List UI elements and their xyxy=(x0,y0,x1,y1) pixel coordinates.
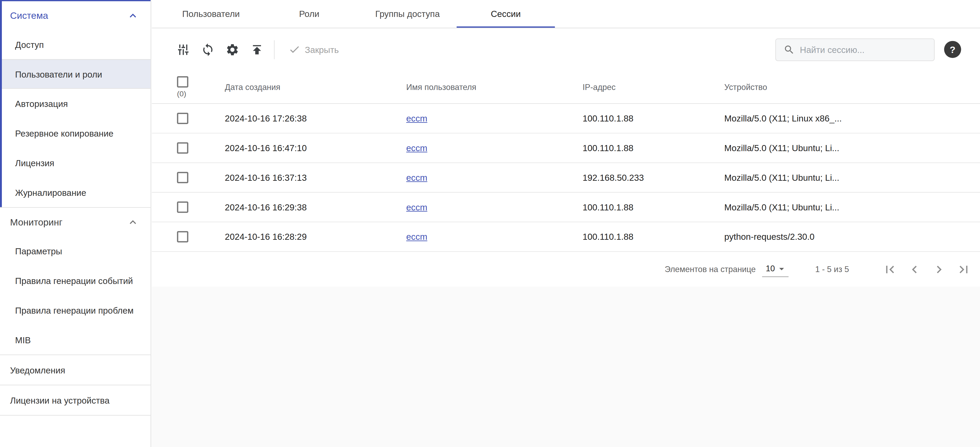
cell-device: Mozilla/5.0 (X11; Ubuntu; Li... xyxy=(724,173,980,183)
section-label: Уведомления xyxy=(10,365,65,375)
chevron-up-icon xyxy=(127,9,139,22)
tab-users[interactable]: Пользователи xyxy=(162,0,260,28)
sidebar-section-monitoring: Мониторинг Параметры Правила генерации с… xyxy=(0,207,151,355)
toolbar: Закрыть ? xyxy=(152,28,980,70)
cell-ip: 100.110.1.88 xyxy=(583,202,724,212)
items-per-page-label: Элементов на странице xyxy=(665,264,756,274)
caret-down-icon xyxy=(776,263,788,274)
selection-count: (0) xyxy=(177,89,225,98)
table-row[interactable]: 2024-10-16 17:26:38 eccm 100.110.1.88 Mo… xyxy=(152,104,980,134)
row-checkbox[interactable] xyxy=(177,113,188,124)
cell-date: 2024-10-16 16:47:10 xyxy=(225,143,406,153)
cell-date: 2024-10-16 17:26:38 xyxy=(225,113,406,123)
sidebar-section-header-system[interactable]: Система xyxy=(2,1,150,30)
select-all-checkbox[interactable] xyxy=(177,76,188,87)
section-label: Мониторинг xyxy=(10,216,62,227)
check-icon xyxy=(288,43,301,55)
sidebar-item-logging[interactable]: Журналирование xyxy=(2,178,150,207)
cell-date: 2024-10-16 16:37:13 xyxy=(225,173,406,183)
row-checkbox[interactable] xyxy=(177,172,188,183)
user-link[interactable]: eccm xyxy=(406,143,428,153)
column-header-user[interactable]: Имя пользователя xyxy=(406,82,583,92)
table-header: (0) Дата создания Имя пользователя IP-ад… xyxy=(152,70,980,104)
sync-icon[interactable] xyxy=(200,42,215,57)
tune-icon[interactable] xyxy=(176,42,191,57)
user-link[interactable]: eccm xyxy=(406,202,428,212)
sidebar-item-authorization[interactable]: Авторизация xyxy=(2,89,150,118)
main-content: Пользователи Роли Группы доступа Сессии xyxy=(152,0,980,447)
search-input[interactable] xyxy=(800,45,926,54)
close-session-label: Закрыть xyxy=(305,45,339,54)
cell-ip: 100.110.1.88 xyxy=(583,143,724,153)
sessions-panel: Закрыть ? (0) Дата создания Имя пользова… xyxy=(152,28,980,286)
sidebar-section-header-notifications[interactable]: Уведомления xyxy=(0,355,151,385)
cell-device: Mozilla/5.0 (X11; Ubuntu; Li... xyxy=(724,202,980,212)
cell-date: 2024-10-16 16:29:38 xyxy=(225,202,406,212)
sidebar-item-problem-rules[interactable]: Правила генерации проблем xyxy=(0,295,151,325)
sidebar-section-device-licenses: Лицензии на устройства xyxy=(0,385,151,416)
table-row[interactable]: 2024-10-16 16:29:38 eccm 100.110.1.88 Mo… xyxy=(152,192,980,222)
sidebar-item-access[interactable]: Доступ xyxy=(2,30,150,59)
search-icon xyxy=(784,44,795,55)
sidebar-section-header-device-licenses[interactable]: Лицензии на устройства xyxy=(0,385,151,415)
cell-device: Mozilla/5.0 (X11; Linux x86_... xyxy=(724,113,980,123)
section-label: Система xyxy=(10,10,48,21)
row-checkbox[interactable] xyxy=(177,142,188,154)
prev-page-icon[interactable] xyxy=(907,262,922,277)
sidebar-item-mib[interactable]: MIB xyxy=(0,325,151,355)
app-window: Система Доступ Пользователи и роли Автор… xyxy=(0,0,980,447)
pagination: Элементов на странице 10 1 - 5 из 5 xyxy=(152,252,980,286)
select-all-cell: (0) xyxy=(152,76,225,98)
page-size-select[interactable]: 10 xyxy=(762,262,789,277)
cell-date: 2024-10-16 16:28:29 xyxy=(225,232,406,242)
last-page-icon[interactable] xyxy=(956,262,971,277)
chevron-up-icon xyxy=(127,216,139,228)
section-label: Лицензии на устройства xyxy=(10,395,110,405)
row-checkbox[interactable] xyxy=(177,231,188,242)
cell-ip: 100.110.1.88 xyxy=(583,113,724,123)
next-page-icon[interactable] xyxy=(932,262,947,277)
sidebar: Система Доступ Пользователи и роли Автор… xyxy=(0,0,151,447)
page-size-value: 10 xyxy=(766,264,775,274)
search-box xyxy=(775,38,935,61)
settings-icon[interactable] xyxy=(225,42,240,57)
first-page-icon[interactable] xyxy=(882,262,897,277)
tab-sessions[interactable]: Сессии xyxy=(457,0,555,28)
user-link[interactable]: eccm xyxy=(406,113,428,123)
close-session-button[interactable]: Закрыть xyxy=(282,43,345,55)
cell-ip: 100.110.1.88 xyxy=(583,232,724,242)
help-icon[interactable]: ? xyxy=(944,41,961,58)
sidebar-item-parameters[interactable]: Параметры xyxy=(0,236,151,266)
row-checkbox[interactable] xyxy=(177,201,188,213)
tab-access-groups[interactable]: Группы доступа xyxy=(358,0,457,28)
cell-ip: 192.168.50.233 xyxy=(583,173,724,183)
cell-device: python-requests/2.30.0 xyxy=(724,232,980,242)
sidebar-item-backup[interactable]: Резервное копирование xyxy=(2,118,150,148)
cell-device: Mozilla/5.0 (X11; Ubuntu; Li... xyxy=(724,143,980,153)
range-label: 1 - 5 из 5 xyxy=(815,264,849,274)
tab-roles[interactable]: Роли xyxy=(260,0,358,28)
sidebar-section-system: Система Доступ Пользователи и роли Автор… xyxy=(0,0,151,207)
toolbar-divider xyxy=(274,40,275,59)
column-header-device[interactable]: Устройство xyxy=(724,82,980,92)
table-row[interactable]: 2024-10-16 16:37:13 eccm 192.168.50.233 … xyxy=(152,163,980,192)
sidebar-section-header-monitoring[interactable]: Мониторинг xyxy=(0,208,151,236)
table-row[interactable]: 2024-10-16 16:28:29 eccm 100.110.1.88 py… xyxy=(152,222,980,252)
tabbar: Пользователи Роли Группы доступа Сессии xyxy=(152,0,980,28)
upload-icon[interactable] xyxy=(249,42,264,57)
user-link[interactable]: eccm xyxy=(406,173,428,183)
sidebar-item-event-rules[interactable]: Правила генерации событий xyxy=(0,266,151,295)
sidebar-section-notifications: Уведомления xyxy=(0,355,151,385)
column-header-date[interactable]: Дата создания xyxy=(225,82,406,92)
sidebar-item-users-roles[interactable]: Пользователи и роли xyxy=(2,59,150,89)
sidebar-item-license[interactable]: Лицензия xyxy=(2,148,150,178)
column-header-ip[interactable]: IP-адрес xyxy=(583,82,724,92)
user-link[interactable]: eccm xyxy=(406,232,428,242)
table-row[interactable]: 2024-10-16 16:47:10 eccm 100.110.1.88 Mo… xyxy=(152,134,980,163)
